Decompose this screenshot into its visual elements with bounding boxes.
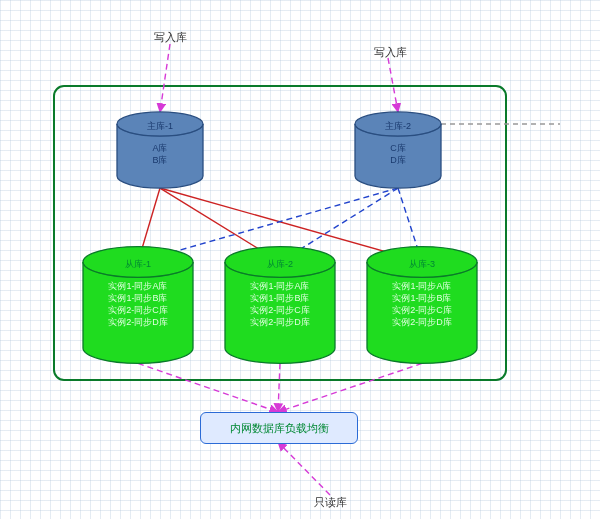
- db-body: 实例1-同步A库 实例1-同步B库 实例2-同步C库 实例2-同步D库: [392, 280, 452, 328]
- db-title: 从库-2: [267, 258, 293, 271]
- write-label-right: 写入库: [374, 45, 407, 60]
- db-body: C库 D库: [390, 142, 406, 166]
- load-balancer: 内网数据库负载均衡: [200, 412, 358, 444]
- db-title: 从库-3: [409, 258, 435, 271]
- svg-line-12: [278, 442, 330, 495]
- svg-line-0: [160, 44, 170, 112]
- svg-line-10: [278, 363, 280, 412]
- db-body: 实例1-同步A库 实例1-同步B库 实例2-同步C库 实例2-同步D库: [108, 280, 168, 328]
- db-body: 实例1-同步A库 实例1-同步B库 实例2-同步C库 实例2-同步D库: [250, 280, 310, 328]
- db-body: A库 B库: [152, 142, 167, 166]
- diagram-canvas: 写入库 写入库 只读库 内网数据库负载均衡 主库-1A库 B库主库-2C库 D库…: [0, 0, 600, 519]
- svg-line-9: [138, 363, 278, 412]
- db-title: 从库-1: [125, 258, 151, 271]
- db-title: 主库-1: [147, 120, 173, 133]
- read-only-label: 只读库: [314, 495, 347, 510]
- svg-line-1: [388, 58, 398, 112]
- load-balancer-label: 内网数据库负载均衡: [230, 421, 329, 436]
- db-title: 主库-2: [385, 120, 411, 133]
- write-label-left: 写入库: [154, 30, 187, 45]
- svg-line-11: [278, 363, 422, 412]
